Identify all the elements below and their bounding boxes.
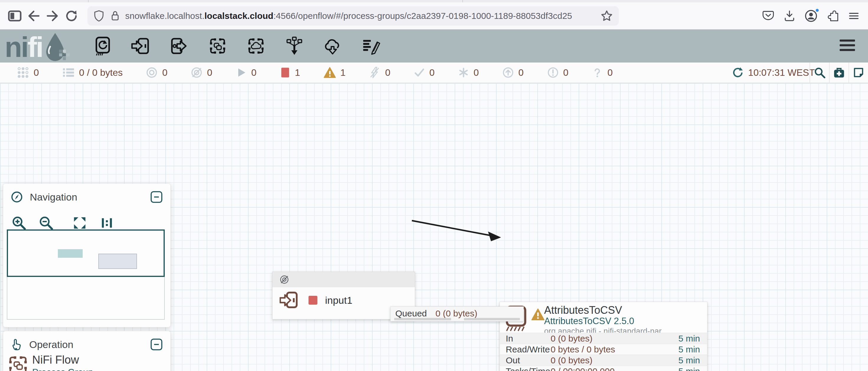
account-button[interactable] [804, 9, 818, 23]
zoom-in-button[interactable] [11, 215, 27, 231]
status-transmitting: 0 [146, 66, 167, 79]
nifi-logo: nifi [5, 30, 71, 63]
zoom-actual-icon [99, 215, 114, 230]
logo-text-ni: ni [5, 32, 27, 63]
flow-canvas[interactable]: AttributesToCSV AttributesToCSV 2.5.0 or… [0, 83, 868, 371]
stale-icon [502, 66, 514, 79]
back-button[interactable] [24, 6, 43, 25]
new-template-button[interactable] [322, 36, 343, 56]
sidebar-toggle-button[interactable] [5, 6, 24, 25]
status-locally-modified: 0 [458, 67, 479, 78]
input-port-icon [280, 291, 299, 310]
stat-label: Out [506, 356, 551, 365]
disabled-count: 0 [385, 67, 390, 78]
flow-status-bar: 0 0 / 0 bytes 0 0 0 1 1 0 0 0 0 0 [0, 63, 868, 83]
reload-button[interactable] [62, 6, 81, 25]
input-port-name: input1 [325, 295, 352, 306]
input-port-icon [131, 36, 151, 56]
browser-menu-icon[interactable] [847, 9, 860, 23]
flow-analysis-button[interactable] [829, 63, 848, 82]
pocket-icon[interactable] [762, 9, 775, 23]
queued-list-icon [62, 66, 75, 79]
new-funnel-button[interactable] [284, 36, 305, 56]
stat-value: 0 bytes / 0 bytes [551, 344, 678, 355]
queued-count: 0 / 0 bytes [79, 67, 123, 78]
processor-icon [93, 36, 112, 56]
zoom-fit-button[interactable] [72, 215, 88, 231]
refresh-status[interactable]: 10:07:31 WEST [732, 66, 815, 79]
table-row: Out0 (0 bytes)5 min [500, 355, 707, 365]
tab-divider [88, 0, 89, 2]
downloads-icon[interactable] [783, 9, 796, 23]
invalid-icon [323, 66, 336, 79]
hand-pointer-icon [10, 338, 23, 351]
collapse-icon [150, 191, 163, 203]
stat-label: Read/Write [506, 344, 551, 355]
processor-stats-table: In0 (0 bytes)5 min Read/Write0 bytes / 0… [500, 333, 707, 371]
active-threads-icon [17, 66, 30, 79]
new-processor-button[interactable] [92, 36, 113, 56]
remote-process-group-icon [246, 36, 266, 56]
new-label-button[interactable] [361, 36, 381, 56]
status-sync-failure: 0 [591, 67, 613, 78]
active-threads-count: 0 [34, 67, 39, 78]
process-group-icon [7, 354, 29, 371]
cloud-download-icon [322, 36, 343, 56]
process-group-icon [208, 36, 227, 56]
table-row: Tasks/Time0 / 00:00:00.0005 min [500, 365, 707, 371]
compass-icon [10, 191, 23, 203]
status-stopped: 1 [280, 66, 300, 79]
search-icon [813, 66, 826, 79]
funnel-icon [285, 36, 304, 56]
connection-queued-label[interactable]: Queued 0 (0 bytes) [390, 306, 524, 322]
extensions-icon[interactable] [826, 9, 839, 23]
new-input-port-button[interactable] [130, 36, 151, 56]
minimap-input-port [58, 249, 83, 258]
url-bar[interactable]: snowflake.localhost.localstack.cloud:456… [87, 6, 619, 26]
zoom-out-button[interactable] [38, 215, 54, 231]
minimap-viewport[interactable] [7, 230, 165, 277]
birdseye-minimap[interactable] [7, 230, 165, 320]
processor-name: AttributesToCSV [544, 304, 622, 316]
queue-count-bar [394, 318, 451, 320]
operation-title: Operation [29, 339, 73, 350]
processor-attributestocsv[interactable]: AttributesToCSV AttributesToCSV 2.5.0 or… [500, 302, 707, 371]
stopped-status-square [309, 296, 317, 305]
transmitting-count: 0 [162, 67, 167, 78]
refresh-icon [732, 66, 744, 79]
navigation-title: Navigation [30, 192, 78, 203]
zoom-in-icon [11, 215, 27, 231]
global-menu-button[interactable] [839, 39, 856, 52]
collapse-operation-button[interactable] [150, 338, 163, 351]
reload-icon [65, 9, 78, 23]
collapse-icon [150, 338, 163, 351]
bookmark-star-icon[interactable] [600, 10, 613, 22]
collapse-navigation-button[interactable] [150, 190, 163, 204]
forward-button[interactable] [43, 6, 62, 25]
new-process-group-button[interactable] [207, 36, 228, 56]
search-button[interactable] [810, 63, 829, 82]
status-up-to-date: 0 [413, 67, 435, 78]
stopped-count: 1 [295, 67, 300, 78]
stale-count: 0 [519, 67, 524, 78]
forward-icon [46, 9, 59, 23]
stat-label: Tasks/Time [506, 366, 551, 371]
status-running: 0 [235, 67, 256, 78]
navigation-panel: Navigation [3, 183, 170, 327]
stat-window: 5 min [678, 366, 700, 371]
selected-component-type: Process Group [32, 367, 93, 371]
stat-label: In [506, 334, 551, 344]
status-not-transmitting: 0 [190, 66, 212, 79]
stat-value: 0 / 00:00:00.000 [551, 366, 678, 371]
bulletin-board-button[interactable] [848, 63, 868, 82]
lock-icon [110, 10, 120, 22]
new-remote-process-group-button[interactable] [246, 36, 266, 56]
new-output-port-button[interactable] [169, 36, 190, 56]
locally-modified-stale-count: 0 [563, 67, 569, 78]
locally-modified-icon [458, 67, 469, 78]
zoom-actual-button[interactable] [99, 215, 115, 231]
disabled-icon [368, 66, 381, 79]
queue-size-bar [464, 318, 520, 320]
account-notification-dot [815, 8, 819, 13]
locally-modified-stale-icon [547, 66, 559, 79]
